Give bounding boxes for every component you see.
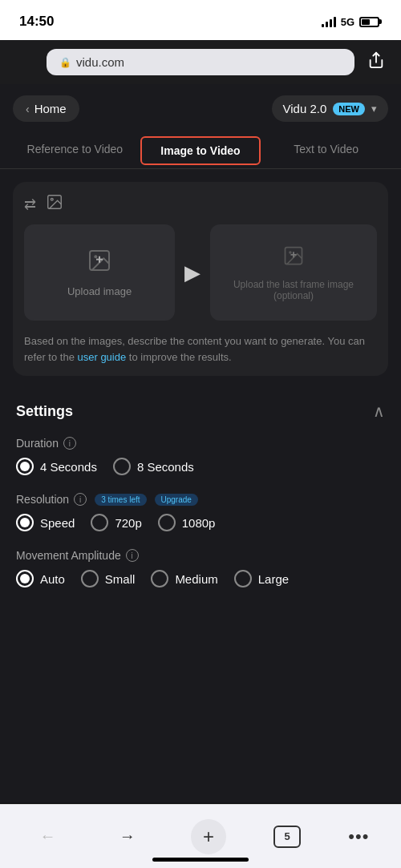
upload-last-frame-label: Upload the last frame image (optional) <box>218 279 369 301</box>
forward-button[interactable]: → <box>111 819 144 854</box>
version-button[interactable]: Vidu 2.0 NEW ▾ <box>272 95 388 122</box>
duration-group: Duration i 4 Seconds 8 Seconds <box>16 437 385 475</box>
switch-row: ⇄ <box>24 193 377 215</box>
resolution-1080p-radio[interactable] <box>158 514 176 531</box>
url-text: vidu.com <box>76 55 124 69</box>
new-badge: NEW <box>333 103 365 115</box>
tab-bar: Reference to Video Image to Video Text t… <box>0 133 401 169</box>
battery-icon <box>359 17 382 27</box>
browser-bar: 🔒 vidu.com <box>0 40 401 84</box>
duration-4s-label: 4 Seconds <box>40 460 97 474</box>
switch-arrows-icon: ⇄ <box>24 196 36 213</box>
tabs-count-button[interactable]: 5 <box>273 826 301 848</box>
signal-icon <box>322 16 336 27</box>
duration-8s-option[interactable]: 8 Seconds <box>113 458 194 475</box>
lock-icon: 🔒 <box>59 57 71 68</box>
chevron-down-icon: ▾ <box>371 103 377 115</box>
duration-info-icon[interactable]: i <box>63 437 76 450</box>
upload-last-frame-icon <box>282 244 305 273</box>
movement-radio-group: Auto Small Medium Large <box>16 570 385 587</box>
resolution-1080p-option[interactable]: 1080p <box>158 514 216 531</box>
resolution-label: Resolution i 3 times left Upgrade <box>16 493 385 506</box>
user-guide-link[interactable]: user guide <box>77 351 126 363</box>
resolution-info-icon[interactable]: i <box>74 493 87 506</box>
tab-image[interactable]: Image to Video <box>140 136 261 165</box>
upload-image-box[interactable]: Upload image <box>24 224 175 321</box>
svg-point-8 <box>289 251 292 254</box>
duration-8s-label: 8 Seconds <box>137 460 194 474</box>
movement-small-radio[interactable] <box>81 570 99 587</box>
movement-medium-radio[interactable] <box>151 570 168 587</box>
resolution-radio-group: Speed 720p 1080p <box>16 514 385 531</box>
movement-medium-option[interactable]: Medium <box>151 570 217 587</box>
chevron-left-icon: ‹ <box>26 103 30 115</box>
home-label: Home <box>34 102 67 115</box>
upload-last-frame-box[interactable]: Upload the last frame image (optional) <box>210 224 377 321</box>
resolution-speed-option[interactable]: Speed <box>16 514 75 531</box>
home-indicator <box>152 858 249 862</box>
top-nav: ‹ Home Vidu 2.0 NEW ▾ <box>0 84 401 133</box>
more-button[interactable]: ••• <box>348 826 369 847</box>
status-bar: 14:50 5G <box>0 0 401 40</box>
movement-info-icon[interactable]: i <box>126 549 139 562</box>
duration-radio-group: 4 Seconds 8 Seconds <box>16 458 385 475</box>
image-icon <box>46 193 63 215</box>
movement-small-label: Small <box>105 572 136 586</box>
movement-label: Movement Amplitude i <box>16 549 385 562</box>
duration-4s-radio[interactable] <box>16 458 34 475</box>
network-type: 5G <box>341 16 354 28</box>
home-button[interactable]: ‹ Home <box>13 95 79 122</box>
share-button[interactable] <box>364 48 388 76</box>
status-time: 14:50 <box>19 14 54 30</box>
settings-title: Settings <box>16 403 73 420</box>
movement-large-radio[interactable] <box>234 570 252 587</box>
url-bar[interactable]: 🔒 vidu.com <box>47 49 354 75</box>
duration-label: Duration i <box>16 437 385 450</box>
tab-text[interactable]: Text to Video <box>264 133 388 168</box>
movement-auto-option[interactable]: Auto <box>16 570 65 587</box>
resolution-speed-radio[interactable] <box>16 514 34 531</box>
description-text: Based on the images, describe the conten… <box>24 333 377 365</box>
back-button[interactable]: ← <box>32 819 64 854</box>
settings-header: Settings ∧ <box>16 402 385 421</box>
app-area: ‹ Home Vidu 2.0 NEW ▾ Reference to Video… <box>0 84 401 803</box>
status-icons: 5G <box>322 16 382 28</box>
resolution-group: Resolution i 3 times left Upgrade Speed … <box>16 493 385 531</box>
upload-image-icon <box>87 248 112 279</box>
resolution-720p-option[interactable]: 720p <box>91 514 141 531</box>
main-card: ⇄ <box>13 182 388 376</box>
upload-row: Upload image ▶ Upload the last frame ima… <box>24 224 377 321</box>
settings-section: Settings ∧ Duration i 4 Seconds 8 Second… <box>0 389 401 618</box>
movement-small-option[interactable]: Small <box>81 570 136 587</box>
version-label: Vidu 2.0 <box>283 102 327 115</box>
times-left-badge: 3 times left <box>95 494 146 506</box>
tab-reference[interactable]: Reference to Video <box>13 133 137 168</box>
resolution-720p-label: 720p <box>115 516 141 530</box>
movement-large-label: Large <box>258 572 289 586</box>
duration-8s-radio[interactable] <box>113 458 131 475</box>
movement-medium-label: Medium <box>175 572 217 586</box>
arrow-icon: ▶ <box>184 260 200 285</box>
duration-4s-option[interactable]: 4 Seconds <box>16 458 97 475</box>
movement-large-option[interactable]: Large <box>234 570 289 587</box>
movement-auto-radio[interactable] <box>16 570 34 587</box>
movement-group: Movement Amplitude i Auto Small Medium <box>16 549 385 587</box>
svg-point-4 <box>94 255 97 258</box>
svg-point-2 <box>51 198 53 200</box>
resolution-720p-radio[interactable] <box>91 514 108 531</box>
movement-auto-label: Auto <box>40 572 65 586</box>
collapse-icon[interactable]: ∧ <box>373 402 385 421</box>
resolution-1080p-label: 1080p <box>182 516 216 530</box>
upgrade-badge[interactable]: Upgrade <box>155 494 198 506</box>
resolution-speed-label: Speed <box>40 516 75 530</box>
upload-image-label: Upload image <box>67 285 132 297</box>
add-tab-button[interactable]: + <box>191 819 226 854</box>
